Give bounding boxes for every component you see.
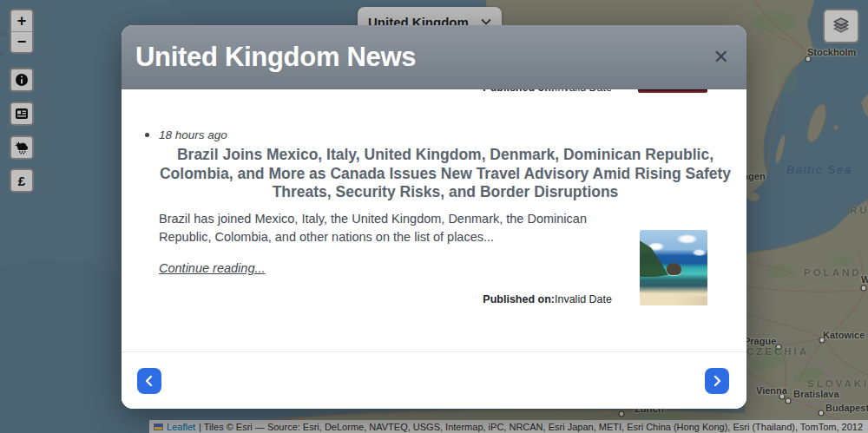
article-list: 18 hours ago Brazil Joins Mexico, Italy,… [148,127,725,305]
article-time-ago: 18 hours ago [159,128,725,141]
published-value: Invalid Date [555,293,612,305]
article-excerpt: Brazil has joined Mexico, Italy, the Uni… [159,210,623,247]
map-app-page: Stockholm Baltic Sea agen RUS POLAND W K… [0,0,868,433]
modal-footer [122,351,746,409]
news-modal: United Kingdom News ✕ Published on:Inval… [122,25,746,409]
published-value: Invalid Date [555,89,612,94]
modal-body: Published on:Invalid Date 18 hours ago B… [122,89,746,351]
article-thumbnail [640,230,707,305]
modal-header: United Kingdom News ✕ [122,25,746,89]
close-button[interactable]: ✕ [713,48,729,67]
previous-article-thumbnail-partial [638,89,707,93]
news-article: 18 hours ago Brazil Joins Mexico, Italy,… [159,127,725,305]
previous-article-published: Published on:Invalid Date [122,89,612,94]
thumbnail-rock [667,263,681,275]
article-published: Published on:Invalid Date [159,293,612,305]
thumbnail-hill [640,240,668,277]
next-page-button[interactable] [705,368,729,394]
thumbnail-beach [640,285,707,305]
article-headline: Brazil Joins Mexico, Italy, United Kingd… [159,146,732,202]
published-label: Published on: [483,89,555,94]
chevron-right-icon [709,373,725,389]
published-label: Published on: [483,293,555,305]
modal-title: United Kingdom News [135,42,416,73]
chevron-left-icon [141,373,157,389]
continue-reading-link[interactable]: Continue reading... [159,261,266,275]
previous-page-button[interactable] [137,368,161,394]
